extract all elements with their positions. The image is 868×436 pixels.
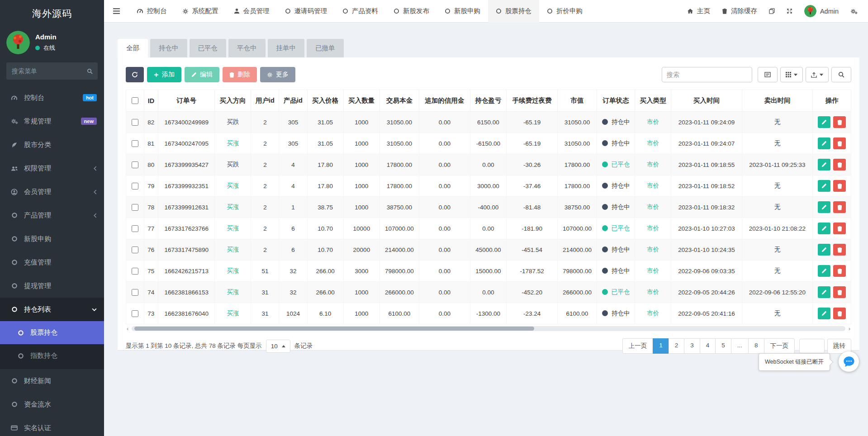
- row-delete-button[interactable]: [833, 180, 846, 192]
- row-edit-button[interactable]: [818, 223, 830, 234]
- sidebar-item[interactable]: 新股申购: [0, 227, 104, 251]
- nav-item[interactable]: 新股发布: [386, 0, 437, 23]
- refresh-button[interactable]: [126, 67, 144, 82]
- sidebar-item[interactable]: 会员管理: [0, 180, 104, 204]
- nav-item[interactable]: 控制台: [129, 0, 175, 23]
- sidebar-item[interactable]: 提现管理: [0, 274, 104, 298]
- row-delete-button[interactable]: [833, 244, 846, 256]
- scroll-right-arrow[interactable]: ›: [848, 326, 851, 332]
- row-edit-button[interactable]: [818, 201, 830, 213]
- row-delete-button[interactable]: [833, 223, 846, 234]
- clear-cache-button[interactable]: 清除缓存: [716, 0, 763, 23]
- row-checkbox[interactable]: [132, 310, 138, 317]
- tab-平仓中[interactable]: 平仓中: [228, 39, 266, 57]
- row-edit-button[interactable]: [818, 265, 830, 277]
- next-page-button[interactable]: 下一页: [764, 338, 795, 354]
- more-button[interactable]: 更多: [260, 67, 295, 82]
- row-delete-button[interactable]: [833, 265, 846, 277]
- export-button[interactable]: [806, 67, 829, 82]
- row-edit-button[interactable]: [818, 286, 830, 298]
- row-checkbox[interactable]: [132, 246, 138, 253]
- row-checkbox[interactable]: [132, 204, 138, 211]
- delete-button[interactable]: 删除: [223, 67, 257, 82]
- tab-已平仓[interactable]: 已平仓: [190, 39, 227, 57]
- row-checkbox[interactable]: [132, 268, 138, 275]
- fullscreen-button[interactable]: [781, 0, 798, 23]
- nav-item[interactable]: 股票持仓: [488, 0, 539, 23]
- tab-挂单中[interactable]: 挂单中: [268, 39, 305, 57]
- settings-menu[interactable]: [844, 0, 863, 23]
- row-checkbox[interactable]: [132, 225, 138, 232]
- tab-全部[interactable]: 全部: [118, 39, 148, 57]
- search-button[interactable]: [831, 67, 851, 82]
- scrollbar-thumb[interactable]: [134, 327, 534, 331]
- row-checkbox[interactable]: [132, 183, 138, 190]
- prev-page-button[interactable]: 上一页: [622, 338, 654, 354]
- page-size-select[interactable]: 10: [266, 340, 290, 353]
- sidebar-subitem[interactable]: 股票持仓: [0, 321, 104, 344]
- row-delete-button[interactable]: [833, 286, 846, 298]
- sidebar-item[interactable]: 实名认证: [0, 416, 104, 436]
- scrollbar-track[interactable]: [132, 326, 845, 331]
- sidebar-item[interactable]: 产品管理: [0, 204, 104, 227]
- user-menu[interactable]: Admin: [798, 0, 844, 23]
- user-profile: Admin 在线: [0, 27, 104, 61]
- row-delete-button[interactable]: [833, 308, 846, 319]
- row-edit-button[interactable]: [818, 180, 830, 192]
- sidebar-item[interactable]: 股市分类: [0, 133, 104, 156]
- page-button[interactable]: 8: [748, 338, 764, 354]
- page-button[interactable]: 3: [684, 338, 700, 354]
- detail-view-button[interactable]: [758, 67, 778, 82]
- add-button[interactable]: 添加: [147, 67, 181, 82]
- sidebar-item[interactable]: 资金流水: [0, 393, 104, 416]
- copy-page-button[interactable]: [763, 0, 781, 23]
- row-delete-button[interactable]: [833, 116, 846, 128]
- page-button[interactable]: 5: [715, 338, 731, 354]
- page-button[interactable]: 2: [669, 338, 685, 354]
- row-checkbox[interactable]: [132, 119, 138, 126]
- sidebar-item[interactable]: 权限管理: [0, 156, 104, 180]
- jump-page-input[interactable]: [799, 339, 825, 353]
- row-edit-button[interactable]: [818, 159, 830, 171]
- sidebar-item[interactable]: 财经新闻: [0, 369, 104, 393]
- edit-button[interactable]: 编辑: [185, 67, 219, 82]
- chat-widget-button[interactable]: [839, 351, 859, 372]
- row-edit-button[interactable]: [818, 116, 830, 128]
- nav-item[interactable]: 系统配置: [175, 0, 226, 23]
- nav-item[interactable]: 新股申购: [437, 0, 488, 23]
- home-button[interactable]: 主页: [681, 0, 716, 23]
- row-edit-button[interactable]: [818, 244, 830, 256]
- ring-icon: [547, 8, 553, 14]
- row-delete-button[interactable]: [833, 137, 846, 149]
- cell-principal: 798000.00: [379, 261, 419, 282]
- page-ellipsis[interactable]: ...: [731, 338, 749, 354]
- row-checkbox[interactable]: [132, 140, 138, 147]
- row-checkbox[interactable]: [132, 161, 138, 168]
- hamburger-menu-icon[interactable]: [104, 8, 129, 14]
- page-button[interactable]: 4: [700, 338, 716, 354]
- cell-user-id: 2: [251, 133, 279, 154]
- nav-item[interactable]: 会员管理: [226, 0, 277, 23]
- nav-item[interactable]: 产品资料: [335, 0, 386, 23]
- tab-已撤单[interactable]: 已撤单: [307, 39, 344, 57]
- table-search-input[interactable]: [662, 67, 752, 82]
- sidebar-item[interactable]: 常规管理new: [0, 109, 104, 133]
- sidebar-item[interactable]: 充值管理: [0, 251, 104, 274]
- gears-icon: [10, 118, 19, 124]
- row-edit-button[interactable]: [818, 137, 830, 149]
- row-delete-button[interactable]: [833, 201, 846, 213]
- sidebar-item[interactable]: 持仓列表: [0, 298, 104, 321]
- tab-持仓中[interactable]: 持仓中: [150, 39, 187, 57]
- row-edit-button[interactable]: [818, 308, 830, 319]
- nav-item[interactable]: 邀请码管理: [277, 0, 335, 23]
- row-delete-button[interactable]: [833, 159, 846, 171]
- sidebar-search-input[interactable]: [6, 62, 98, 80]
- sidebar-subitem[interactable]: 指数持仓: [0, 344, 104, 367]
- columns-button[interactable]: [780, 67, 803, 82]
- page-button[interactable]: 1: [653, 338, 669, 354]
- sidebar-item[interactable]: 控制台hot: [0, 86, 104, 109]
- nav-item[interactable]: 折价申购: [539, 0, 590, 23]
- select-all-checkbox[interactable]: [132, 97, 138, 104]
- row-checkbox[interactable]: [132, 289, 138, 296]
- scroll-left-arrow[interactable]: ‹: [126, 326, 129, 332]
